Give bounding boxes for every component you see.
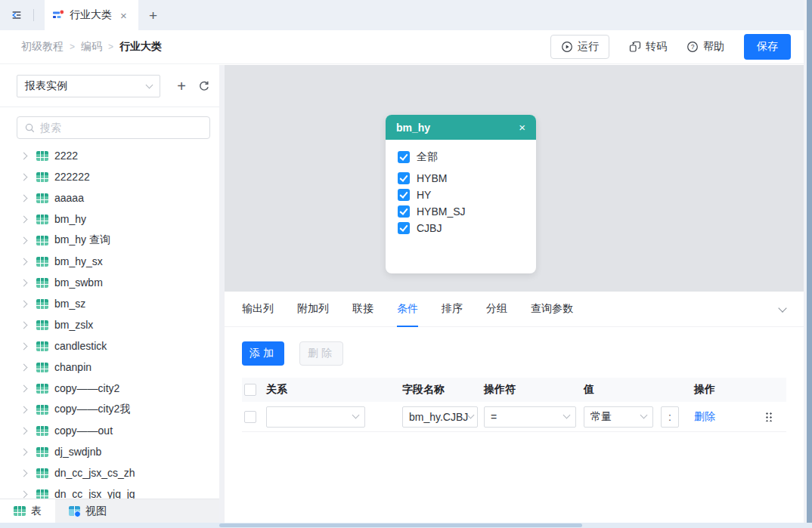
tab-joins[interactable]: 联接 bbox=[352, 292, 373, 327]
vertical-scrollbar[interactable] bbox=[807, 0, 812, 528]
save-button[interactable]: 保存 bbox=[744, 34, 791, 60]
collapse-panel-icon[interactable] bbox=[778, 304, 786, 312]
tree-item[interactable]: 2222 bbox=[0, 145, 219, 166]
breadcrumb-item[interactable]: 初级教程 bbox=[21, 40, 64, 54]
tab-additional-columns[interactable]: 附加列 bbox=[297, 292, 329, 327]
delete-condition-button[interactable]: 删除 bbox=[299, 341, 343, 366]
field-row[interactable]: HY bbox=[398, 187, 524, 203]
tree-item[interactable]: dj_swdjnb bbox=[0, 441, 219, 462]
tree-item[interactable]: copy——city2 bbox=[0, 378, 219, 399]
tree-item[interactable]: bm_hy bbox=[0, 208, 219, 230]
table-card-header[interactable]: bm_hy × bbox=[386, 115, 536, 140]
tab-close-icon[interactable]: × bbox=[120, 9, 127, 22]
header-operator: 操作符 bbox=[484, 383, 584, 397]
chevron-right-icon[interactable] bbox=[20, 236, 28, 244]
tree-item[interactable]: candlestick bbox=[0, 335, 219, 357]
chevron-right-icon[interactable] bbox=[20, 384, 28, 392]
run-button[interactable]: 运行 bbox=[550, 35, 609, 59]
chevron-right-icon[interactable] bbox=[20, 490, 28, 498]
row-checkbox[interactable] bbox=[244, 411, 256, 423]
tree-item[interactable]: bm_hy 查询 bbox=[0, 230, 219, 251]
field-select[interactable]: bm_hy.CJBJ bbox=[402, 406, 478, 428]
chevron-right-icon[interactable] bbox=[20, 194, 28, 202]
document-tab[interactable]: 行业大类 × bbox=[45, 0, 138, 30]
header-actions: 操作 bbox=[694, 383, 786, 397]
tree-item[interactable]: bm_swbm bbox=[0, 272, 219, 293]
tree-item[interactable]: bm_hy_sx bbox=[0, 251, 219, 272]
chevron-right-icon[interactable] bbox=[20, 342, 28, 350]
chevron-right-icon[interactable] bbox=[20, 258, 28, 265]
query-design-canvas[interactable]: bm_hy × 全部 HYBM HY HYBM_SJ bbox=[225, 65, 804, 292]
tab-views[interactable]: 视图 bbox=[55, 499, 120, 523]
instance-type-select[interactable]: 报表实例 bbox=[17, 75, 160, 97]
checkbox-checked[interactable] bbox=[398, 151, 410, 163]
operator-select[interactable]: = bbox=[484, 406, 576, 428]
field-row[interactable]: CJBJ bbox=[398, 220, 524, 236]
add-instance-button[interactable]: + bbox=[177, 79, 186, 94]
checkbox-checked[interactable] bbox=[398, 172, 410, 184]
config-panel: 输出列 附加列 联接 条件 排序 分组 查询参数 添加 删除 关系 字段名称 操… bbox=[225, 292, 804, 523]
tab-conditions[interactable]: 条件 bbox=[397, 292, 418, 327]
tab-tables[interactable]: 表 bbox=[0, 499, 55, 523]
collapse-sidebar-button[interactable] bbox=[0, 0, 33, 30]
checkbox-checked[interactable] bbox=[398, 222, 410, 234]
search-input[interactable] bbox=[40, 122, 191, 134]
horizontal-scrollbar[interactable] bbox=[0, 523, 812, 528]
tree-item[interactable]: bm_zslx bbox=[0, 314, 219, 335]
select-all-checkbox[interactable] bbox=[244, 384, 256, 396]
breadcrumb-current: 行业大类 bbox=[119, 40, 162, 54]
delete-row-link[interactable]: 删除 bbox=[694, 410, 715, 424]
chevron-right-icon[interactable] bbox=[20, 215, 28, 223]
chevron-right-icon[interactable] bbox=[20, 173, 28, 181]
field-row[interactable]: HYBM bbox=[398, 170, 524, 187]
tree-item[interactable]: copy——city2我 bbox=[0, 399, 219, 420]
horizontal-scrollbar-thumb[interactable] bbox=[219, 523, 582, 527]
toolbar: 初级教程 > 编码 > 行业大类 运行 转码 bbox=[0, 30, 806, 64]
chevron-right-icon[interactable] bbox=[20, 321, 28, 329]
checkbox-checked[interactable] bbox=[398, 205, 410, 218]
chevron-right-icon[interactable] bbox=[20, 363, 28, 371]
field-label: HYBM bbox=[417, 172, 447, 184]
param-toggle-button[interactable]: : bbox=[661, 406, 679, 428]
tree-item-label: copy——city2 bbox=[54, 382, 119, 394]
checkbox-checked[interactable] bbox=[398, 189, 410, 201]
tree-item[interactable]: copy——out bbox=[0, 420, 219, 441]
drag-handle-icon[interactable] bbox=[765, 412, 772, 421]
transcode-button[interactable]: 转码 bbox=[629, 40, 667, 54]
tree-item[interactable]: 222222 bbox=[0, 166, 219, 187]
config-panel-tabs: 输出列 附加列 联接 条件 排序 分组 查询参数 bbox=[225, 292, 804, 327]
chevron-down-icon bbox=[640, 412, 648, 419]
refresh-button[interactable] bbox=[198, 80, 210, 92]
chevron-right-icon[interactable] bbox=[20, 406, 28, 413]
tree-item[interactable]: bm_sz bbox=[0, 293, 219, 314]
field-row[interactable]: HYBM_SJ bbox=[398, 203, 524, 220]
chevron-down-icon bbox=[146, 81, 153, 88]
new-tab-button[interactable]: + bbox=[149, 8, 157, 23]
tab-query-params[interactable]: 查询参数 bbox=[531, 292, 573, 327]
table-card-bm-hy[interactable]: bm_hy × 全部 HYBM HY HYBM_SJ bbox=[386, 115, 536, 273]
breadcrumb-item[interactable]: 编码 bbox=[81, 40, 102, 54]
chevron-right-icon[interactable] bbox=[20, 279, 28, 286]
tab-output-columns[interactable]: 输出列 bbox=[242, 292, 274, 327]
relation-select[interactable] bbox=[266, 406, 365, 428]
tab-sorting[interactable]: 排序 bbox=[442, 292, 463, 327]
chevron-right-icon[interactable] bbox=[20, 427, 28, 434]
help-button[interactable]: ? 帮助 bbox=[686, 40, 724, 54]
value-type-select[interactable]: 常量 bbox=[584, 406, 653, 428]
tree-item[interactable]: aaaaa bbox=[0, 187, 219, 208]
field-row[interactable]: 全部 bbox=[398, 149, 524, 165]
table-icon bbox=[36, 341, 48, 351]
table-icon bbox=[36, 151, 48, 161]
chevron-right-icon[interactable] bbox=[20, 300, 28, 307]
add-condition-button[interactable]: 添加 bbox=[242, 341, 284, 366]
chevron-right-icon[interactable] bbox=[20, 448, 28, 455]
tree-item[interactable]: chanpin bbox=[0, 357, 219, 378]
chevron-right-icon[interactable] bbox=[20, 469, 28, 477]
operator-value: = bbox=[491, 411, 497, 423]
breadcrumb-separator: > bbox=[108, 42, 113, 52]
tree-item[interactable]: dn_cc_jsx_cs_zh bbox=[0, 462, 219, 483]
chevron-right-icon[interactable] bbox=[20, 152, 28, 159]
tab-grouping[interactable]: 分组 bbox=[486, 292, 507, 327]
search-box[interactable] bbox=[17, 116, 210, 139]
close-icon[interactable]: × bbox=[519, 121, 525, 134]
